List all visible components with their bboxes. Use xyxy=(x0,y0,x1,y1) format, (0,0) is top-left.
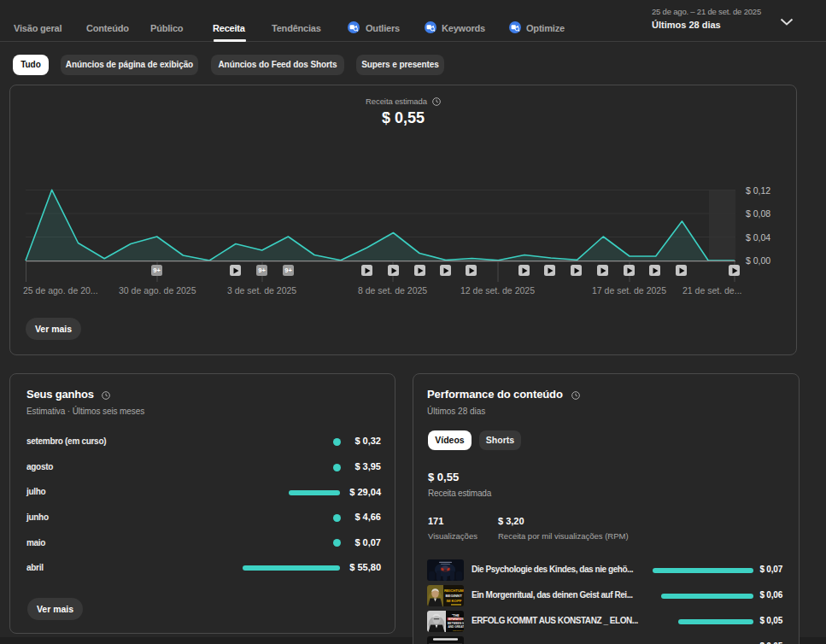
svg-text:SEPARATION: SEPARATION xyxy=(448,618,464,621)
svg-text:BEGINNT: BEGINNT xyxy=(446,594,463,598)
svg-text:Napoleon Hill: Napoleon Hill xyxy=(453,629,464,632)
svg-text:REICHTUM: REICHTUM xyxy=(444,588,464,593)
svg-text:IM KOPF: IM KOPF xyxy=(447,599,462,603)
svg-text:AND GREAT": AND GREAT" xyxy=(448,625,465,629)
